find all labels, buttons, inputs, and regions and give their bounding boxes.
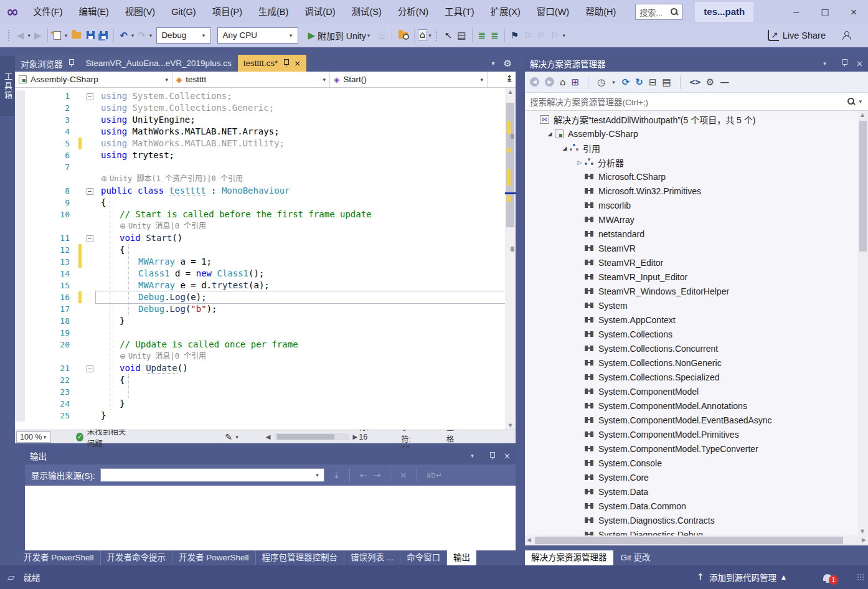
breakpoint-margin[interactable] (15, 90, 25, 102)
menu-item-9[interactable]: 工具(T) (436, 0, 483, 24)
tree-item-14[interactable]: System.AppContext (525, 313, 868, 327)
tree-vertical-scrollbar[interactable]: ▲ ▼ (858, 111, 868, 535)
tree-item-28[interactable]: System.Diagnostics.Contracts (525, 513, 868, 527)
undo-icon[interactable]: ↶ (120, 29, 128, 42)
find-in-files-icon[interactable] (399, 32, 408, 39)
close-icon[interactable]: × (294, 59, 301, 68)
tree-item-9[interactable]: SteamVR (525, 241, 868, 255)
code-text[interactable]: void Update() (96, 362, 505, 374)
refresh-icon[interactable]: ⟳ (622, 77, 630, 88)
chevron-down-icon[interactable]: ▾ (235, 434, 238, 440)
code-text[interactable]: { (96, 244, 505, 256)
preview-selected-items-icon[interactable]: — (720, 77, 729, 88)
decrease-indent-icon[interactable]: ≣ (478, 29, 486, 42)
fold-marker[interactable]: − (87, 188, 93, 195)
tree-item-10[interactable]: SteamVR_Editor (525, 255, 868, 270)
code-text[interactable]: } (96, 315, 505, 327)
code-text[interactable]: Debug.Log("b"); (96, 303, 505, 315)
output-content[interactable] (25, 486, 516, 550)
scrollbar-thumb[interactable] (859, 121, 867, 252)
scroll-down-icon[interactable]: ▼ (505, 423, 516, 428)
breakpoint-margin[interactable] (15, 185, 25, 197)
toolbar-grip[interactable] (436, 30, 439, 41)
chevron-down-icon[interactable]: ▾ (149, 32, 153, 39)
breakpoint-margin[interactable] (15, 197, 25, 209)
scroll-up-icon[interactable]: ▲ (505, 89, 516, 95)
code-text[interactable]: MWArray a = 1; (96, 256, 505, 268)
panel-tab-3[interactable]: 程序包管理器控制台 (256, 550, 345, 565)
tree-item-21[interactable]: System.ComponentModel.EventBasedAsync (525, 413, 868, 427)
code-text[interactable]: // Update is called once per frame (96, 339, 505, 351)
code-text[interactable]: { (96, 197, 505, 209)
tree-item-2[interactable]: ◢引用 (525, 141, 868, 155)
collapse-arrow-icon[interactable]: ◢ (560, 145, 570, 151)
breakpoint-margin[interactable] (15, 138, 25, 149)
pointer-icon[interactable]: ↖ (445, 29, 453, 42)
tree-item-27[interactable]: System.Data.Common (525, 499, 868, 513)
code-text[interactable]: using System.Collections.Generic; (96, 102, 505, 114)
code-text[interactable] (96, 327, 505, 339)
code-text[interactable] (96, 386, 505, 398)
tree-item-8[interactable]: netstandard (525, 227, 868, 241)
right-panel-tab-1[interactable]: Git 更改 (615, 550, 657, 565)
editor-horizontal-scrollbar[interactable]: ◀ ▶ (265, 433, 359, 440)
chevron-down-icon[interactable]: ▾ (131, 32, 134, 39)
right-panel-tab-0[interactable]: 解决方案资源管理器 (525, 550, 613, 565)
solution-explorer-search-box[interactable]: 搜索解决方案资源管理器(Ctrl+;) ▾ (525, 93, 868, 111)
clear-bookmarks-icon[interactable]: ⚐ (550, 29, 559, 42)
tree-item-5[interactable]: Microsoft.Win32.Primitives (525, 184, 868, 198)
tree-item-13[interactable]: System (525, 298, 868, 313)
breakpoint-margin[interactable] (15, 244, 25, 256)
breadcrumb-0[interactable]: Assembly-CSharp ▾ (15, 72, 172, 87)
pin-icon[interactable] (489, 452, 495, 460)
properties-icon[interactable]: ⚙ (706, 77, 714, 88)
code-text[interactable]: public class testttt : MonoBehaviour (96, 185, 505, 197)
tree-item-12[interactable]: SteamVR_Windows_EditorHelper (525, 284, 868, 298)
code-text[interactable]: using MathWorks.MATLAB.NET.Arrays; (96, 126, 505, 138)
breakpoint-margin[interactable] (15, 339, 25, 351)
scroll-down-icon[interactable]: ▼ (861, 529, 864, 534)
breakpoint-margin[interactable] (15, 256, 25, 268)
tab-2[interactable]: testttt.cs*× (238, 55, 306, 72)
code-text[interactable]: { (96, 374, 505, 386)
code-text[interactable]: // Start is called before the first fram… (96, 209, 505, 220)
chevron-down-icon[interactable]: ▾ (65, 32, 68, 39)
menu-item-11[interactable]: 窗口(W) (529, 0, 577, 24)
save-icon[interactable] (87, 31, 95, 39)
breakpoint-margin[interactable] (15, 232, 25, 244)
increase-indent-icon[interactable]: ≣ (491, 29, 499, 42)
quick-search-box[interactable]: 搜索... (635, 4, 682, 20)
tree-item-24[interactable]: System.Console (525, 456, 868, 470)
breakpoint-margin[interactable] (15, 280, 25, 291)
breakpoint-margin[interactable] (15, 161, 25, 173)
previous-message-icon[interactable]: ⇠ (359, 470, 367, 480)
minimize-button[interactable]: − (782, 0, 811, 24)
panel-tab-1[interactable]: 开发者命令提示 (101, 550, 173, 565)
breakpoint-margin[interactable] (15, 114, 25, 126)
panel-tab-5[interactable]: 命令窗口 (400, 550, 447, 565)
live-share-button[interactable]: ↗ Live Share (768, 30, 826, 41)
back-icon[interactable]: ◀ (530, 77, 539, 87)
tree-item-15[interactable]: System.Collections (525, 327, 868, 341)
code-text[interactable]: } (96, 398, 505, 410)
new-file-icon[interactable] (54, 31, 61, 40)
pin-icon[interactable] (283, 59, 289, 67)
tree-item-6[interactable]: mscorlib (525, 198, 868, 212)
account-icon[interactable] (842, 31, 852, 40)
tree-item-29[interactable]: System.Diagnostics.Debug (525, 527, 868, 535)
breakpoint-margin[interactable] (15, 291, 25, 303)
split-editor-icon[interactable]: ↨ (506, 73, 513, 83)
tab-0[interactable]: 对象浏览器 (15, 55, 80, 72)
breakpoint-margin[interactable] (15, 268, 25, 280)
solution-platform-dropdown[interactable]: Any CPU ▾ (217, 27, 298, 44)
codelens-text[interactable]: ⊕Unity 消息|0 个引用 (96, 220, 505, 232)
scroll-right-icon[interactable]: ▶ (862, 537, 866, 543)
panel-tab-4[interactable]: 错误列表 ... (344, 550, 400, 565)
menu-item-4[interactable]: 项目(P) (204, 0, 250, 24)
scroll-right-icon[interactable]: ▶ (353, 433, 358, 440)
panel-tab-6[interactable]: 输出 (447, 550, 476, 565)
tree-item-3[interactable]: ▷分析器 (525, 155, 868, 169)
menu-item-1[interactable]: 编辑(E) (71, 0, 117, 24)
tree-item-4[interactable]: Microsoft.CSharp (525, 169, 868, 184)
chevron-down-icon[interactable]: ▾ (428, 32, 432, 39)
